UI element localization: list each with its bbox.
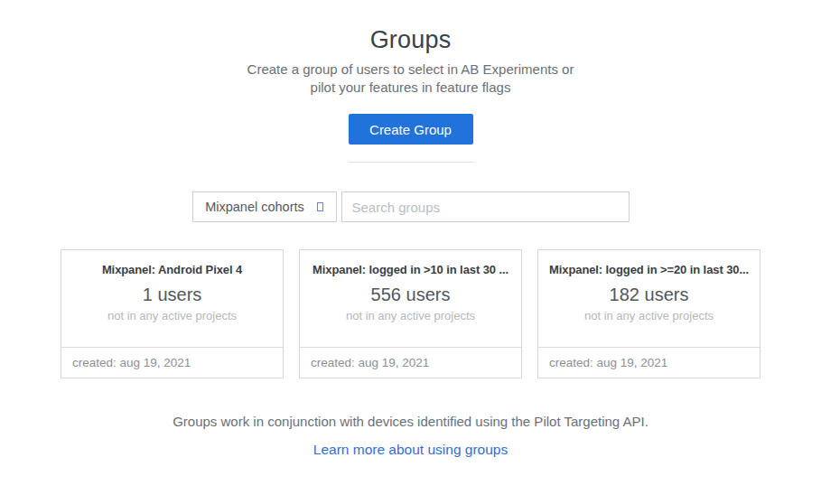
group-card-body: Mixpanel: logged in >=20 in last 30... 1… [538, 250, 760, 347]
create-button-row: Create Group [0, 114, 821, 145]
footer-link-row: Learn more about using groups [0, 442, 821, 458]
learn-more-link[interactable]: Learn more about using groups [313, 442, 508, 457]
cohort-source-dropdown[interactable]: Mixpanel cohorts [192, 191, 337, 222]
page-title: Groups [0, 0, 821, 54]
group-card-android-pixel-4[interactable]: Mixpanel: Android Pixel 4 1 users not in… [61, 249, 284, 378]
search-groups-input[interactable] [341, 191, 630, 222]
group-status: not in any active projects [67, 309, 277, 322]
group-card-logged-in-gte20[interactable]: Mixpanel: logged in >=20 in last 30... 1… [537, 249, 760, 378]
group-user-count: 556 users [305, 285, 516, 305]
dropdown-caret-icon [317, 202, 323, 211]
cohort-source-value: Mixpanel cohorts [205, 200, 304, 214]
section-divider [349, 162, 473, 163]
group-status: not in any active projects [305, 309, 516, 322]
page-subtitle-line2: pilot your features in feature flags [311, 79, 511, 95]
page-subtitle-line1: Create a group of users to select in AB … [247, 61, 574, 77]
group-user-count: 182 users [544, 285, 754, 305]
group-card-logged-in-gt10[interactable]: Mixpanel: logged in >10 in last 30 ... 5… [299, 249, 522, 378]
footer-info-text: Groups work in conjunction with devices … [0, 414, 821, 429]
create-group-button[interactable]: Create Group [349, 114, 473, 145]
group-title: Mixpanel: Android Pixel 4 [67, 263, 277, 276]
group-title: Mixpanel: logged in >10 in last 30 ... [305, 263, 516, 276]
group-created-date: created: aug 19, 2021 [300, 347, 521, 378]
group-created-date: created: aug 19, 2021 [538, 347, 760, 378]
group-title: Mixpanel: logged in >=20 in last 30... [544, 263, 754, 276]
group-created-date: created: aug 19, 2021 [61, 347, 283, 378]
group-status: not in any active projects [544, 309, 754, 322]
group-cards-row: Mixpanel: Android Pixel 4 1 users not in… [0, 249, 821, 378]
group-card-body: Mixpanel: Android Pixel 4 1 users not in… [61, 250, 283, 347]
group-card-body: Mixpanel: logged in >10 in last 30 ... 5… [300, 250, 521, 347]
page-subtitle: Create a group of users to select in AB … [0, 61, 821, 97]
groups-page: Groups Create a group of users to select… [0, 0, 821, 504]
filter-controls: Mixpanel cohorts [0, 191, 821, 222]
group-user-count: 1 users [67, 285, 277, 305]
